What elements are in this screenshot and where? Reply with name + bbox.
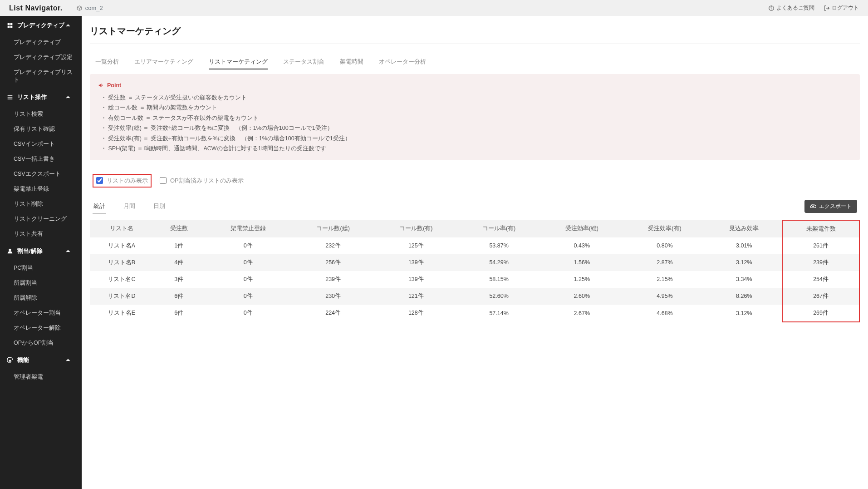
table-column-header: 架電禁止登録 [205, 220, 292, 237]
table-cell: 4件 [153, 254, 205, 271]
checkbox-list-only-input[interactable] [96, 177, 103, 184]
table-header-row: リスト名受注数架電禁止登録コール数(総)コール数(有)コール率(有)受注効率(総… [90, 220, 859, 237]
sidebar-section-title: リスト操作 [17, 93, 47, 101]
sidebar-item[interactable]: PC割当 [0, 261, 82, 276]
org-name: com_2 [85, 5, 103, 11]
point-item: 受注効率(有) ＝ 受注数÷有効コール数を%に変換 （例：1%の場合100有効コ… [101, 133, 852, 144]
table-cell: 3.34% [706, 271, 782, 288]
tab-2[interactable]: リストマーケティング [209, 55, 268, 69]
table-column-header: リスト名 [90, 220, 153, 237]
table-cell: 125件 [375, 237, 458, 254]
table-cell: リスト名A [90, 237, 153, 254]
sidebar-item[interactable]: リスト共有 [0, 227, 82, 242]
export-label: エクスポート [819, 203, 852, 210]
table-row: リスト名B4件0件256件139件54.29%1.56%2.87%3.12%23… [90, 254, 859, 271]
megaphone-icon [98, 82, 104, 89]
table-cell: 2.87% [623, 254, 706, 271]
tab-3[interactable]: ステータス割合 [283, 55, 324, 69]
table-row: リスト名E6件0件224件128件57.14%2.67%4.68%3.12%26… [90, 305, 859, 322]
app-logo: List Navigator. [9, 4, 63, 12]
sidebar-item[interactable]: プレディクティブ設定 [0, 50, 82, 65]
table-cell: 230件 [292, 288, 375, 305]
table-column-header: コール率(有) [457, 220, 540, 237]
faq-link[interactable]: よくあるご質問 [768, 4, 814, 12]
table-cell: 1.56% [540, 254, 623, 271]
sidebar-section-header[interactable]: 機能 [0, 351, 82, 370]
tab-0[interactable]: 一覧分析 [95, 55, 119, 69]
table-column-header: 受注数 [153, 220, 205, 237]
checkbox-list-only-label: リストのみ表示 [107, 177, 148, 185]
table-cell: 0件 [205, 305, 292, 322]
page-title: リストマーケティング [90, 16, 860, 44]
checkbox-op-assigned-only-input[interactable] [160, 177, 167, 184]
table-cell: リスト名E [90, 305, 153, 322]
sidebar-item[interactable]: オペレーター解除 [0, 321, 82, 336]
sidebar-item[interactable]: リスト検索 [0, 107, 82, 122]
point-item: SPH(架電) ＝ 鳴動時間、通話時間、ACWの合計に対する1時間当たりの受注数… [101, 143, 852, 154]
analysis-tabs: 一覧分析エリアマーケティングリストマーケティングステータス割合架電時間オペレータ… [90, 44, 860, 74]
sidebar: プレディクティブプレディクティブプレディクティブ設定プレディクティブリストリスト… [0, 16, 82, 489]
table-column-header: 未架電件数 [782, 220, 859, 237]
sidebar-item[interactable]: 管理者架電 [0, 370, 82, 385]
table-cell: 52.60% [457, 288, 540, 305]
table-cell: 128件 [375, 305, 458, 322]
checkbox-list-only[interactable]: リストのみ表示 [93, 174, 152, 188]
table-column-header: 受注効率(有) [623, 220, 706, 237]
table-body: リスト名A1件0件232件125件53.87%0.43%0.80%3.01%26… [90, 237, 859, 322]
sidebar-section-title: 機能 [17, 356, 29, 364]
sidebar-item[interactable]: 所属割当 [0, 276, 82, 291]
sidebar-item[interactable]: 保有リスト確認 [0, 122, 82, 137]
chevron-up-icon [64, 94, 72, 101]
table-cell: 139件 [375, 254, 458, 271]
filter-row: リストのみ表示 OP割当済みリストのみ表示 [90, 160, 860, 188]
export-button[interactable]: エクスポート [804, 200, 857, 213]
faq-label: よくあるご質問 [776, 4, 814, 12]
table-cell: 4.95% [623, 288, 706, 305]
sidebar-item[interactable]: リストクリーニング [0, 212, 82, 227]
svg-point-1 [771, 9, 772, 10]
table-cell: 8.26% [706, 288, 782, 305]
sidebar-item[interactable]: 架電禁止登録 [0, 182, 82, 197]
sidebar-section-header[interactable]: プレディクティブ [0, 16, 82, 35]
table-cell: 3.12% [706, 254, 782, 271]
sidebar-item[interactable]: OPからOP割当 [0, 336, 82, 351]
sidebar-item[interactable]: リスト削除 [0, 197, 82, 212]
subtab-stat[interactable]: 統計 [93, 199, 106, 213]
sidebar-section-title: 割当/解除 [17, 247, 43, 255]
sidebar-item[interactable]: 所属解除 [0, 291, 82, 306]
sidebar-item[interactable]: CSVエクスポート [0, 167, 82, 182]
checkbox-op-assigned-only[interactable]: OP割当済みリストのみ表示 [157, 175, 246, 187]
point-item: 受注効率(総) ＝ 受注数÷総コール数を%に変換 （例：1%の場合100コールで… [101, 123, 852, 133]
tab-4[interactable]: 架電時間 [340, 55, 363, 69]
table-cell: 139件 [375, 271, 458, 288]
sidebar-item[interactable]: プレディクティブ [0, 35, 82, 50]
tab-1[interactable]: エリアマーケティング [134, 55, 193, 69]
sidebar-section-header[interactable]: リスト操作 [0, 88, 82, 107]
table-cell: 267件 [782, 288, 859, 305]
help-icon [768, 5, 775, 11]
logout-link[interactable]: ログアウト [824, 4, 859, 12]
subtab-daily[interactable]: 日別 [152, 199, 166, 213]
sidebar-item[interactable]: プレディクティブリスト [0, 65, 82, 88]
chevron-up-icon [64, 247, 72, 255]
cloud-download-icon [810, 203, 816, 209]
table-cell: 121件 [375, 288, 458, 305]
sidebar-item[interactable]: CSV一括上書き [0, 152, 82, 167]
table-cell: 1件 [153, 237, 205, 254]
table-cell: 232件 [292, 237, 375, 254]
sidebar-item[interactable]: オペレーター割当 [0, 306, 82, 321]
point-item: 有効コール数 ＝ ステータスが不在以外の架電をカウント [101, 113, 852, 123]
table-column-header: コール数(有) [375, 220, 458, 237]
sidebar-section-header[interactable]: 割当/解除 [0, 242, 82, 261]
table-column-header: 受注効率(総) [540, 220, 623, 237]
tab-5[interactable]: オペレーター分析 [379, 55, 426, 69]
table-cell: 57.14% [457, 305, 540, 322]
table-cell: 2.67% [540, 305, 623, 322]
table-cell: 0.80% [623, 237, 706, 254]
logout-icon [824, 5, 830, 11]
table-cell: リスト名D [90, 288, 153, 305]
sidebar-item[interactable]: CSVインポート [0, 137, 82, 152]
subtabs-row: 統計 月間 日別 エクスポート [90, 188, 860, 213]
table-cell: 0件 [205, 271, 292, 288]
subtab-monthly[interactable]: 月間 [123, 199, 136, 213]
